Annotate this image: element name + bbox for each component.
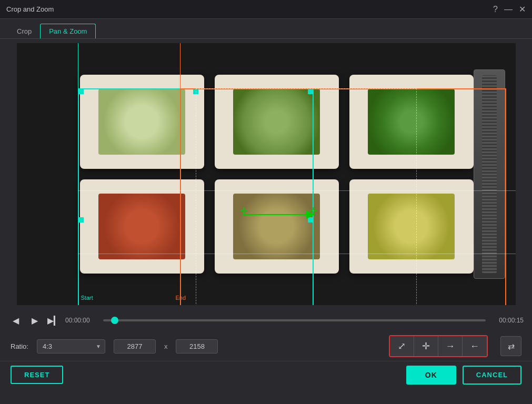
close-icon: ✕ <box>519 5 526 14</box>
start-label: Start <box>81 295 93 301</box>
arrow-left-icon: ← <box>470 341 479 352</box>
fit-icon: ⤢ <box>398 340 406 352</box>
bowl-4-content <box>98 194 185 259</box>
ratio-wrapper: 4:3 16:9 1:1 9:16 Custom ▼ <box>37 339 105 354</box>
play-button[interactable]: ▶ <box>27 313 42 328</box>
width-input[interactable] <box>114 339 156 354</box>
title-bar: Crop and Zoom ? — ✕ <box>0 0 532 19</box>
bowl-5 <box>215 179 339 274</box>
move-button[interactable]: ✛ <box>414 336 438 356</box>
bowl-3-content <box>368 89 455 155</box>
fit-button[interactable]: ⤢ <box>390 336 414 356</box>
transform-button-group: ⤢ ✛ → ← <box>389 335 488 357</box>
tab-crop[interactable]: Crop <box>8 24 40 38</box>
action-row: RESET OK CANCEL <box>0 361 532 388</box>
bowl-2-content <box>233 89 320 155</box>
arrow-right-icon: → <box>446 341 455 352</box>
video-preview: ✛ ✛ Start End <box>17 43 516 305</box>
swap-icon: ⇄ <box>508 341 515 351</box>
video-content <box>17 43 516 305</box>
action-right: OK CANCEL <box>406 366 521 385</box>
dimension-separator: x <box>164 342 168 350</box>
ok-button[interactable]: OK <box>406 366 456 385</box>
swap-button[interactable]: ⇄ <box>500 336 521 356</box>
end-label: End <box>176 295 186 301</box>
title-bar-left: Crop and Zoom <box>6 5 54 13</box>
ratio-select[interactable]: 4:3 16:9 1:1 9:16 Custom <box>37 339 105 354</box>
height-input[interactable] <box>176 339 218 354</box>
title-bar-controls: ? — ✕ <box>493 5 526 14</box>
tab-pan-zoom[interactable]: Pan & Zoom <box>40 24 96 38</box>
next-frame-button[interactable]: ▶▎ <box>46 313 61 328</box>
window-title: Crop and Zoom <box>6 5 54 13</box>
ratio-label: Ratio: <box>11 342 28 350</box>
close-button[interactable]: ✕ <box>519 5 526 14</box>
minimize-button[interactable]: — <box>504 5 513 14</box>
bowl-3 <box>349 75 474 169</box>
minimize-icon: — <box>504 5 513 14</box>
bowl-6-content <box>368 194 455 259</box>
bowl-2 <box>215 75 339 169</box>
grater <box>474 69 505 279</box>
help-icon: ? <box>493 5 498 14</box>
bowl-1 <box>80 75 204 169</box>
bowl-5-content <box>233 194 320 259</box>
playback-controls: ◀ ▶ ▶▎ 00:00:00 00:00:15 <box>0 309 532 331</box>
time-end: 00:00:15 <box>490 317 524 324</box>
help-button[interactable]: ? <box>493 5 498 14</box>
move-icon: ✛ <box>422 340 430 352</box>
bowl-6 <box>349 179 474 274</box>
crop-controls: Ratio: 4:3 16:9 1:1 9:16 Custom ▼ x ⤢ ✛ … <box>0 331 532 361</box>
arrow-left-button[interactable]: ← <box>463 336 487 356</box>
prev-frame-button[interactable]: ◀ <box>8 313 23 328</box>
time-current: 00:00:00 <box>65 317 99 324</box>
bowl-4 <box>80 179 204 274</box>
timeline-track[interactable] <box>103 319 486 321</box>
bowl-1-content <box>98 89 185 155</box>
reset-button[interactable]: RESET <box>11 366 63 384</box>
timeline-thumb[interactable] <box>111 317 118 324</box>
cancel-button[interactable]: CANCEL <box>463 366 521 385</box>
arrow-right-button[interactable]: → <box>438 336 463 356</box>
tabs-row: Crop Pan & Zoom <box>0 19 532 39</box>
